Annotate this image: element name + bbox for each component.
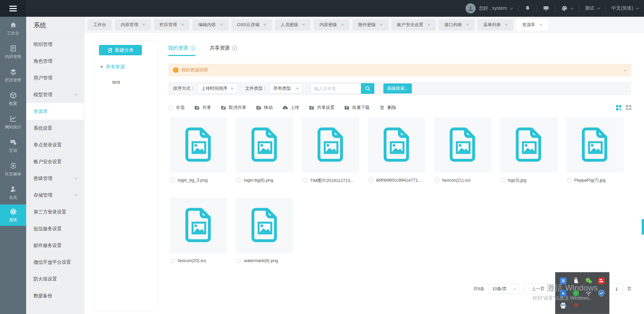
file-thumbnail[interactable]: [236, 117, 293, 173]
workspace-tab[interactable]: 资源库×: [516, 19, 548, 30]
action-shareset[interactable]: 共享设置: [309, 105, 334, 111]
page-size-select[interactable]: 10条/页: [488, 284, 519, 294]
close-icon[interactable]: ×: [341, 22, 344, 27]
tray-icon-red-app[interactable]: [597, 276, 606, 286]
theme-menu[interactable]: [561, 5, 573, 12]
rail-item-site-stats[interactable]: 网站统计: [0, 111, 26, 134]
tree-node-test[interactable]: test: [112, 79, 120, 85]
sidebar-item[interactable]: 数据备份: [26, 287, 84, 304]
workspace-tab[interactable]: 人员密级×: [275, 19, 311, 30]
scrollbar-thumb[interactable]: [642, 219, 644, 235]
file-thumbnail[interactable]: [368, 117, 425, 173]
grid-view-icon[interactable]: [615, 105, 622, 111]
prev-page-button[interactable]: 上一页: [523, 284, 553, 294]
tree-node-all-resources[interactable]: 所有资源: [100, 64, 125, 70]
file-type-select[interactable]: 所有类型: [270, 83, 303, 93]
rail-item-member[interactable]: 会员: [0, 181, 26, 204]
file-select-radio[interactable]: [236, 258, 241, 263]
workspace-tab[interactable]: 账户安全设置×: [391, 19, 436, 30]
workspace-tab[interactable]: 栏目管理×: [154, 19, 190, 30]
rail-item-content-mgmt[interactable]: 内容管理: [0, 40, 26, 64]
tab-shared-resources[interactable]: 共享资源 i: [210, 45, 237, 56]
info-icon[interactable]: i: [232, 46, 237, 51]
file-select-radio[interactable]: [567, 178, 572, 183]
tray-icon-wps-office[interactable]: W: [571, 301, 581, 310]
sidebar-item[interactable]: 角色管理: [26, 53, 84, 69]
workspace-tab[interactable]: 接口列表×: [439, 19, 475, 30]
action-move[interactable]: 移动: [256, 105, 273, 111]
file-thumbnail[interactable]: [302, 117, 359, 173]
filename-search-input[interactable]: [311, 83, 361, 93]
close-icon[interactable]: ×: [428, 22, 430, 27]
file-select-radio[interactable]: [501, 178, 505, 183]
workspace-tab[interactable]: 编辑内容×: [193, 19, 228, 30]
sidebar-item[interactable]: 第三方登录设置: [26, 203, 84, 220]
environment-menu[interactable]: 测试: [585, 5, 600, 11]
action-radio[interactable]: 全选: [168, 105, 184, 111]
sidebar-item[interactable]: 系统设置: [26, 120, 84, 136]
sidebar-item[interactable]: 短信服务设置: [26, 220, 84, 237]
file-select-radio[interactable]: [369, 178, 373, 183]
file-thumbnail[interactable]: [170, 117, 227, 173]
close-icon[interactable]: ×: [539, 22, 542, 27]
action-trash[interactable]: 删除: [379, 105, 396, 111]
sidebar-item[interactable]: 防火墙设置: [26, 270, 84, 287]
tray-icon-netdisk[interactable]: [558, 289, 568, 298]
sort-select[interactable]: 上传时间倒序: [198, 83, 237, 93]
file-thumbnail[interactable]: [434, 117, 491, 173]
close-icon[interactable]: ×: [466, 22, 469, 27]
menu-toggle-button[interactable]: [0, 0, 26, 17]
rail-item-social-media[interactable]: 社交媒体: [0, 158, 26, 181]
rail-item-interaction[interactable]: 互动: [0, 134, 26, 158]
rail-item-column-mgmt[interactable]: 栏目管理: [0, 64, 26, 87]
info-icon[interactable]: i: [191, 46, 196, 51]
close-icon[interactable]: ×: [624, 67, 627, 73]
close-icon[interactable]: ×: [303, 22, 305, 27]
file-thumbnail[interactable]: [236, 198, 293, 253]
sidebar-item[interactable]: 模型管理: [26, 86, 84, 103]
sidebar-item[interactable]: 微信开放平台设置: [26, 254, 84, 270]
file-thumbnail[interactable]: [566, 117, 624, 173]
tray-icon-printer[interactable]: [558, 301, 568, 310]
sidebar-item[interactable]: 组织管理: [26, 36, 84, 53]
rail-item-config[interactable]: 配置: [0, 87, 26, 111]
advanced-search-button[interactable]: 高级搜索...: [383, 83, 412, 93]
monitor-button[interactable]: [543, 5, 549, 12]
workspace-tab[interactable]: 工作台: [88, 19, 112, 30]
sidebar-item[interactable]: 邮件服务设置: [26, 237, 84, 254]
sidebar-item[interactable]: 用户管理: [26, 69, 84, 86]
tray-icon-input-method[interactable]: S: [558, 276, 568, 286]
workspace-tab[interactable]: OSS云存储×: [231, 19, 272, 30]
new-category-button[interactable]: 新建分类: [99, 45, 142, 55]
workspace-tab[interactable]: 内容管理×: [115, 19, 151, 30]
close-icon[interactable]: ×: [143, 22, 145, 27]
file-select-radio[interactable]: [170, 178, 175, 183]
rail-item-system[interactable]: 系统: [0, 204, 26, 226]
tray-icon-network-signal[interactable]: [584, 289, 593, 298]
language-menu[interactable]: 中文(简体): [611, 5, 639, 11]
sidebar-item[interactable]: 单点登录设置: [26, 136, 84, 153]
close-icon[interactable]: ×: [505, 22, 508, 27]
page-number-input[interactable]: [610, 284, 623, 294]
workspace-tab[interactable]: 内容密级×: [314, 19, 350, 30]
list-view-icon[interactable]: [626, 105, 632, 111]
tray-icon-usb-drive[interactable]: [571, 276, 581, 286]
sidebar-item[interactable]: 账户安全设置: [26, 153, 84, 170]
tray-icon-green-ball[interactable]: [571, 289, 581, 298]
file-select-radio[interactable]: [435, 178, 439, 183]
close-icon[interactable]: ×: [220, 22, 223, 27]
user-menu[interactable]: 您好 , system: [466, 3, 513, 13]
close-icon[interactable]: ×: [380, 22, 383, 27]
action-upload[interactable]: 上传: [282, 105, 299, 111]
sidebar-item[interactable]: 密级管理: [26, 170, 84, 187]
file-select-radio[interactable]: [236, 178, 241, 183]
close-icon[interactable]: ×: [264, 22, 266, 27]
action-share[interactable]: 共享: [194, 105, 211, 111]
radio-icon[interactable]: [168, 105, 173, 110]
tray-icon-wechat[interactable]: [584, 276, 593, 286]
action-unshare[interactable]: 取消共享: [221, 105, 246, 111]
file-thumbnail[interactable]: [170, 198, 227, 253]
tray-icon-security-shield[interactable]: [597, 289, 606, 298]
file-select-radio[interactable]: [303, 178, 307, 183]
notification-bell-button[interactable]: [524, 5, 531, 12]
